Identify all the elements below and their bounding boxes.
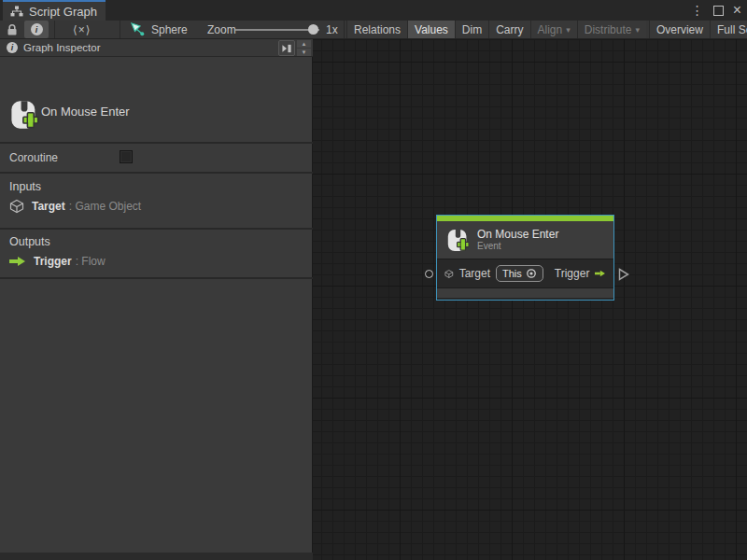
relations-button[interactable]: Relations: [346, 21, 407, 38]
input-port-name: Target: [32, 200, 65, 213]
output-port-type: : Flow: [76, 255, 106, 268]
target-picker-icon: [526, 268, 537, 279]
info-icon: i: [31, 23, 43, 35]
output-port-row: Trigger : Flow: [9, 255, 106, 268]
code-icon: ⟨×⟩: [73, 23, 91, 36]
graph-inspector-panel: i Graph Inspector ▲ ▼: [0, 39, 313, 553]
window-maximize-icon[interactable]: [713, 6, 724, 16]
coroutine-label: Coroutine: [9, 151, 58, 164]
toolbar: i ⟨×⟩ Sphere Zoom 1x Relations Values Di…: [0, 21, 747, 39]
tab-label: Script Graph: [29, 5, 97, 19]
input-port-row: Target : Game Object: [9, 199, 141, 214]
unity-script-graph-window: Script Graph ⋮ × i ⟨×⟩: [0, 0, 747, 560]
node-header[interactable]: On Mouse Enter Event: [437, 221, 613, 259]
align-dropdown[interactable]: Align ▾: [530, 21, 577, 38]
mouse-event-icon: [446, 228, 470, 253]
graph-canvas[interactable]: On Mouse Enter Event Target This: [313, 39, 747, 560]
zoom-slider-track[interactable]: [235, 29, 319, 31]
this-value-chip[interactable]: This: [496, 265, 543, 282]
overview-button[interactable]: Overview: [649, 21, 710, 38]
dock-right-icon: [282, 44, 292, 53]
toolbar-buttons: Relations Values Dim Carry Align ▾ Distr…: [346, 21, 747, 38]
info-icon: i: [7, 42, 18, 53]
distribute-dropdown[interactable]: Distribute ▾: [577, 21, 646, 38]
values-button[interactable]: Values: [407, 21, 455, 38]
zoom-slider-handle[interactable]: [308, 24, 318, 35]
panel-bottom-strip: [0, 553, 313, 560]
dock-panel-button[interactable]: [278, 40, 295, 56]
chevron-down-icon: ▾: [566, 25, 571, 35]
node-output-label: Trigger: [555, 267, 590, 280]
spinner-up-icon[interactable]: ▲: [297, 40, 311, 48]
chevron-down-icon: ▾: [635, 25, 640, 35]
mouse-event-icon: [9, 99, 39, 131]
flow-arrow-icon: [9, 256, 26, 267]
zoom-value: 1x: [326, 23, 338, 36]
tab-script-graph[interactable]: Script Graph: [3, 0, 106, 21]
node-input-label: Target: [459, 267, 490, 280]
window-close-icon[interactable]: ×: [733, 0, 741, 21]
coroutine-checkbox[interactable]: [120, 150, 133, 163]
selected-unit-title: On Mouse Enter: [41, 105, 130, 119]
inspector-toggle-button[interactable]: i: [24, 21, 49, 38]
node-input-port[interactable]: [425, 270, 433, 278]
graph-inspector-header: i Graph Inspector ▲ ▼: [0, 39, 313, 57]
lock-icon[interactable]: [7, 21, 18, 38]
spinner-down-icon[interactable]: ▼: [297, 49, 311, 56]
flow-arrow-icon: [595, 268, 606, 279]
window-menu-icon[interactable]: ⋮: [691, 0, 704, 21]
game-object-cube-icon: [9, 199, 24, 214]
preview-code-button[interactable]: ⟨×⟩: [73, 21, 91, 38]
zoom-label: Zoom: [207, 23, 236, 36]
inputs-section-title: Inputs: [9, 180, 41, 193]
carry-button[interactable]: Carry: [488, 21, 529, 38]
node-footer: [437, 287, 613, 298]
node-subtitle: Event: [477, 241, 558, 252]
inspector-title: Graph Inspector: [23, 42, 100, 53]
node-on-mouse-enter[interactable]: On Mouse Enter Event Target This: [436, 215, 614, 301]
full-screen-button[interactable]: Full Screen: [710, 21, 747, 38]
output-port-name: Trigger: [34, 255, 72, 268]
node-output-port[interactable]: [618, 268, 629, 281]
game-object-cube-icon: [444, 267, 454, 281]
graph-owner-label[interactable]: Sphere: [151, 23, 188, 36]
input-port-type: : Game Object: [69, 200, 141, 213]
dim-button[interactable]: Dim: [455, 21, 488, 38]
titlebar: Script Graph ⋮ ×: [0, 0, 747, 21]
script-machine-icon: [131, 22, 145, 36]
node-ports-row: Target This Trigger: [437, 259, 613, 287]
graph-hierarchy-icon: [10, 6, 23, 17]
panel-spinner: ▲ ▼: [297, 40, 311, 56]
node-title: On Mouse Enter: [477, 228, 558, 241]
outputs-section-title: Outputs: [9, 235, 50, 248]
